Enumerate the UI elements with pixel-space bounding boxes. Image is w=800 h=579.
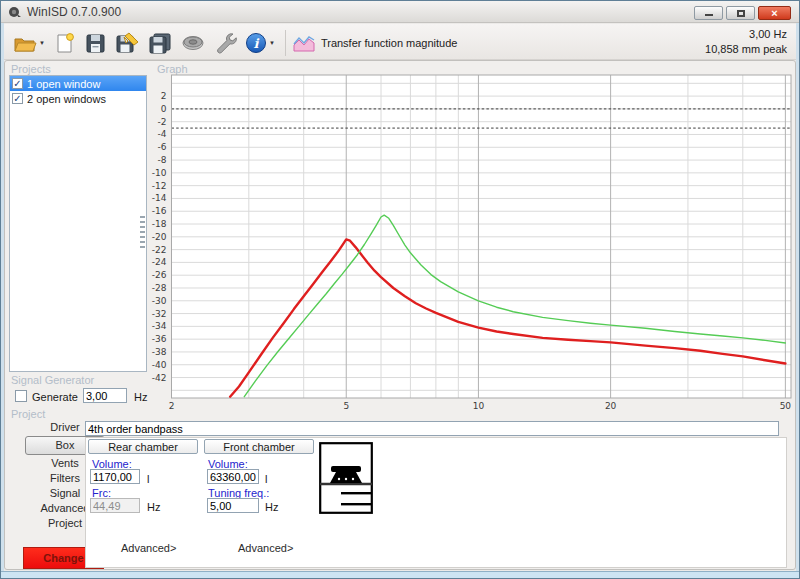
toolbar-separator (285, 30, 286, 56)
dropdown-arrow-icon: ▼ (39, 40, 45, 46)
project-item-label: 2 open windows (27, 93, 106, 105)
panel-splitter[interactable] (140, 216, 145, 250)
frequency-readout: 3,00 Hz (705, 27, 787, 42)
save-all-icon (147, 31, 173, 55)
generate-label: Generate (32, 391, 78, 403)
new-project-button[interactable] (51, 30, 77, 56)
open-button[interactable]: ▼ (11, 30, 46, 56)
svg-text:-28: -28 (152, 283, 167, 293)
driver-database-button[interactable] (179, 30, 207, 56)
svg-text:-42: -42 (152, 373, 167, 383)
svg-text:-20: -20 (152, 232, 167, 242)
close-button[interactable]: × (758, 6, 791, 20)
front-chamber-button[interactable]: Front chamber (204, 439, 314, 454)
box-name-input[interactable] (85, 421, 779, 436)
svg-text:-14: -14 (152, 193, 167, 203)
app-window: WinISD 0.7.0.900 × ▼ (0, 0, 800, 579)
save-icon (83, 31, 107, 55)
svg-text:-32: -32 (152, 309, 167, 319)
generate-checkbox[interactable] (15, 390, 27, 402)
minimize-button[interactable] (694, 6, 723, 20)
options-button[interactable] (212, 30, 238, 56)
dropdown-arrow-icon: ▼ (269, 40, 275, 46)
svg-text:-8: -8 (158, 155, 167, 165)
signal-frequency-unit: Hz (134, 391, 147, 403)
svg-text:-30: -30 (152, 296, 167, 306)
svg-text:2: 2 (161, 91, 167, 101)
transfer-function-plot[interactable]: 20-2-4-6-8-10-12-14-16-18-20-22-24-26-28… (151, 63, 797, 415)
window-title: WinISD 0.7.0.900 (27, 5, 121, 19)
svg-text:-2: -2 (158, 117, 167, 127)
projects-group-label: Projects (11, 63, 51, 75)
svg-text:-34: -34 (152, 321, 167, 331)
svg-text:-36: -36 (152, 334, 167, 344)
project-checkbox[interactable]: ✓ (12, 78, 23, 89)
plot-type-selector[interactable]: Transfer function magnitude (293, 35, 458, 52)
svg-text:0: 0 (161, 104, 167, 114)
projects-list[interactable]: ✓1 open window✓2 open windows (9, 75, 147, 372)
peak-excursion-readout: 10,858 mm peak (705, 42, 787, 57)
maximize-icon (737, 10, 745, 17)
project-checkbox[interactable]: ✓ (12, 93, 23, 104)
rear-volume-input[interactable] (90, 469, 140, 484)
front-volume-unit: l (265, 473, 267, 485)
svg-text:-38: -38 (152, 347, 167, 357)
tuning-freq-input[interactable] (207, 498, 259, 513)
window-border-right (796, 23, 799, 578)
svg-text:2: 2 (169, 401, 175, 411)
bandpass-box-diagram (319, 442, 373, 514)
speaker-driver-icon (180, 31, 206, 55)
save-button[interactable] (82, 30, 108, 56)
save-as-icon (114, 31, 140, 55)
window-border-left (1, 23, 4, 578)
svg-text:-26: -26 (152, 270, 167, 280)
svg-text:5: 5 (343, 401, 349, 411)
project-item-label: 1 open window (27, 78, 100, 90)
rear-chamber-button[interactable]: Rear chamber (88, 439, 198, 454)
rear-volume-unit: l (147, 473, 149, 485)
new-document-icon (52, 31, 76, 55)
rear-advanced-link[interactable]: Advanced> (121, 542, 176, 554)
title-bar[interactable]: WinISD 0.7.0.900 × (1, 1, 799, 23)
signal-generator-group-label: Signal Generator (11, 374, 94, 386)
open-folder-icon (12, 31, 38, 55)
maximize-button[interactable] (726, 6, 755, 20)
project-list-item[interactable]: ✓2 open windows (10, 91, 146, 106)
svg-text:-22: -22 (152, 245, 167, 255)
project-list-item[interactable]: ✓1 open window (10, 76, 146, 91)
svg-text:50: 50 (780, 401, 792, 411)
chart-icon (293, 35, 315, 52)
signal-frequency-input[interactable] (83, 388, 127, 403)
svg-text:-12: -12 (152, 181, 167, 191)
svg-text:-18: -18 (152, 219, 167, 229)
svg-text:-24: -24 (152, 257, 167, 267)
frc-input (90, 498, 140, 513)
minimize-icon (705, 13, 713, 16)
frc-unit: Hz (147, 501, 160, 513)
front-volume-input[interactable] (207, 469, 259, 484)
save-all-button[interactable] (146, 30, 174, 56)
window-border-bottom (1, 571, 799, 578)
app-icon (8, 5, 22, 21)
svg-text:-4: -4 (158, 129, 167, 139)
front-advanced-link[interactable]: Advanced> (238, 542, 293, 554)
plot-type-label: Transfer function magnitude (321, 37, 458, 49)
info-icon: i (244, 31, 268, 55)
svg-text:-10: -10 (152, 168, 167, 178)
save-as-button[interactable] (113, 30, 141, 56)
tuning-freq-unit: Hz (265, 501, 278, 513)
project-group-label: Project (11, 408, 45, 420)
wrench-icon (213, 31, 237, 55)
box-parameters-panel (85, 437, 787, 568)
svg-text:10: 10 (473, 401, 485, 411)
svg-text:-40: -40 (152, 360, 167, 370)
svg-text:-16: -16 (152, 206, 167, 216)
svg-text:-6: -6 (158, 142, 167, 152)
svg-text:20: 20 (605, 401, 617, 411)
info-button[interactable]: i ▼ (243, 30, 276, 56)
